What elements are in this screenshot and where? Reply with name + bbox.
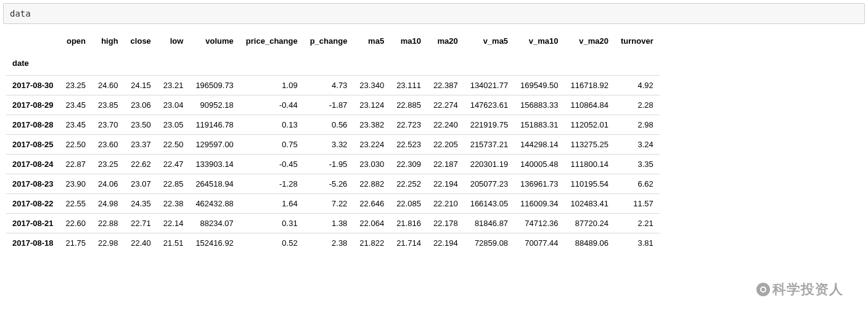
cell-v_ma5: 166143.05 <box>464 194 514 214</box>
cell-volume: 196509.73 <box>189 76 239 95</box>
cell-ma5: 22.646 <box>353 194 390 214</box>
cell-volume: 462432.88 <box>189 194 239 214</box>
cell-p_change: -5.26 <box>304 174 354 194</box>
cell-low: 22.85 <box>157 174 190 194</box>
cell-ma5: 23.382 <box>353 115 390 135</box>
cell-ma5: 23.124 <box>353 95 390 115</box>
code-input-cell[interactable]: data <box>3 3 865 24</box>
table-body: 2017-08-3023.2524.6024.1523.21196509.731… <box>6 76 660 253</box>
row-index: 2017-08-21 <box>6 214 60 233</box>
cell-ma10: 22.309 <box>390 155 427 174</box>
cell-high: 24.98 <box>92 194 125 214</box>
cell-ma20: 22.187 <box>427 155 464 174</box>
cell-close: 24.35 <box>125 194 157 214</box>
cell-ma20: 22.387 <box>427 76 464 95</box>
cell-v_ma10: 74712.36 <box>514 214 564 233</box>
cell-ma10: 22.252 <box>390 174 427 194</box>
cell-p_change: 3.32 <box>304 135 354 155</box>
cell-v_ma10: 140005.48 <box>514 155 564 174</box>
cell-ma5: 23.030 <box>353 155 390 174</box>
cell-price_change: -1.28 <box>240 174 304 194</box>
cell-ma20: 22.178 <box>427 214 464 233</box>
index-name-row: date <box>6 52 660 76</box>
header-spacer <box>390 52 427 76</box>
col-header-price_change: price_change <box>240 30 304 52</box>
table-header: openhighcloselowvolumeprice_changep_chan… <box>6 30 660 76</box>
header-spacer <box>565 52 615 76</box>
cell-ma10: 22.723 <box>390 115 427 135</box>
header-blank <box>6 30 60 52</box>
cell-price_change: 0.52 <box>240 233 304 253</box>
col-header-open: open <box>60 30 92 52</box>
header-spacer <box>189 52 239 76</box>
cell-ma10: 21.714 <box>390 233 427 253</box>
cell-low: 22.47 <box>157 155 190 174</box>
cell-v_ma10: 136961.73 <box>514 174 564 194</box>
col-header-ma20: ma20 <box>427 30 464 52</box>
cell-v_ma20: 87720.24 <box>565 214 615 233</box>
cell-v_ma20: 110864.84 <box>565 95 615 115</box>
cell-turnover: 3.81 <box>615 233 660 253</box>
header-spacer <box>353 52 390 76</box>
cell-ma20: 22.274 <box>427 95 464 115</box>
header-spacer <box>304 52 354 76</box>
row-index: 2017-08-29 <box>6 95 60 115</box>
cell-v_ma5: 221919.75 <box>464 115 514 135</box>
cell-price_change: 0.75 <box>240 135 304 155</box>
cell-turnover: 6.62 <box>615 174 660 194</box>
cell-high: 24.60 <box>92 76 125 95</box>
row-index: 2017-08-30 <box>6 76 60 95</box>
cell-close: 22.62 <box>125 155 157 174</box>
cell-volume: 90952.18 <box>189 95 239 115</box>
cell-close: 23.07 <box>125 174 157 194</box>
header-spacer <box>240 52 304 76</box>
header-spacer <box>157 52 190 76</box>
cell-v_ma20: 112052.01 <box>565 115 615 135</box>
header-spacer <box>60 52 92 76</box>
cell-v_ma10: 116009.34 <box>514 194 564 214</box>
cell-v_ma20: 88489.06 <box>565 233 615 253</box>
header-spacer <box>92 52 125 76</box>
cell-ma20: 22.194 <box>427 174 464 194</box>
cell-v_ma10: 144298.14 <box>514 135 564 155</box>
cell-high: 23.25 <box>92 155 125 174</box>
table-row: 2017-08-2923.4523.8523.0623.0490952.18-0… <box>6 95 660 115</box>
cell-turnover: 3.35 <box>615 155 660 174</box>
cell-low: 22.14 <box>157 214 190 233</box>
cell-p_change: 4.73 <box>304 76 354 95</box>
col-header-v_ma20: v_ma20 <box>565 30 615 52</box>
cell-v_ma10: 70077.44 <box>514 233 564 253</box>
row-index: 2017-08-22 <box>6 194 60 214</box>
cell-ma10: 22.523 <box>390 135 427 155</box>
cell-close: 22.71 <box>125 214 157 233</box>
col-header-turnover: turnover <box>615 30 660 52</box>
header-spacer <box>464 52 514 76</box>
cell-open: 22.50 <box>60 135 92 155</box>
cell-low: 21.51 <box>157 233 190 253</box>
col-header-high: high <box>92 30 125 52</box>
table-row: 2017-08-2323.9024.0623.0722.85264518.94-… <box>6 174 660 194</box>
row-index: 2017-08-28 <box>6 115 60 135</box>
cell-v_ma5: 220301.19 <box>464 155 514 174</box>
cell-open: 23.90 <box>60 174 92 194</box>
cell-p_change: 0.56 <box>304 115 354 135</box>
col-header-v_ma10: v_ma10 <box>514 30 564 52</box>
cell-close: 23.37 <box>125 135 157 155</box>
cell-ma5: 21.822 <box>353 233 390 253</box>
row-index: 2017-08-24 <box>6 155 60 174</box>
cell-high: 23.85 <box>92 95 125 115</box>
table-row: 2017-08-2823.4523.7023.5023.05119146.780… <box>6 115 660 135</box>
cell-open: 22.55 <box>60 194 92 214</box>
cell-high: 23.60 <box>92 135 125 155</box>
cell-price_change: -0.45 <box>240 155 304 174</box>
cell-volume: 264518.94 <box>189 174 239 194</box>
col-header-ma5: ma5 <box>353 30 390 52</box>
cell-price_change: -0.44 <box>240 95 304 115</box>
cell-price_change: 1.09 <box>240 76 304 95</box>
cell-ma5: 22.064 <box>353 214 390 233</box>
table-row: 2017-08-2222.5524.9824.3522.38462432.881… <box>6 194 660 214</box>
cell-close: 22.40 <box>125 233 157 253</box>
cell-v_ma10: 169549.50 <box>514 76 564 95</box>
table-row: 2017-08-2122.6022.8822.7122.1488234.070.… <box>6 214 660 233</box>
cell-turnover: 3.24 <box>615 135 660 155</box>
